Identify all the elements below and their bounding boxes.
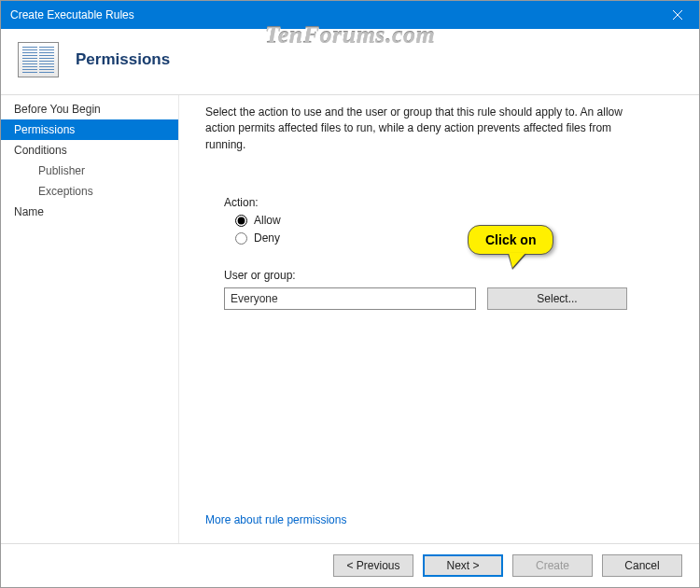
- sidebar-item-publisher[interactable]: Publisher: [1, 161, 178, 181]
- sidebar-item-before-you-begin[interactable]: Before You Begin: [1, 99, 178, 119]
- cancel-button[interactable]: Cancel: [602, 554, 682, 577]
- deny-radio-row[interactable]: Deny: [235, 231, 671, 245]
- wizard-sidebar: Before You Begin Permissions Conditions …: [1, 95, 178, 543]
- wizard-header: Permissions: [1, 29, 699, 95]
- sidebar-item-exceptions[interactable]: Exceptions: [1, 181, 178, 202]
- deny-radio-label: Deny: [254, 231, 280, 245]
- action-label: Action:: [224, 196, 671, 209]
- page-title: Permissions: [76, 50, 170, 69]
- create-button: Create: [512, 554, 593, 577]
- sidebar-item-name[interactable]: Name: [1, 202, 178, 222]
- wizard-footer: < Previous Next > Create Cancel: [1, 543, 699, 586]
- close-button[interactable]: [656, 1, 699, 29]
- allow-radio[interactable]: [235, 215, 247, 227]
- help-link[interactable]: More about rule permissions: [205, 513, 671, 526]
- sidebar-item-conditions[interactable]: Conditions: [1, 140, 178, 161]
- wizard-content: Select the action to use and the user or…: [178, 95, 699, 543]
- allow-radio-row[interactable]: Allow: [235, 214, 671, 227]
- intro-text: Select the action to use and the user or…: [205, 105, 653, 153]
- allow-radio-label: Allow: [254, 214, 281, 227]
- next-button[interactable]: Next >: [423, 554, 503, 577]
- title-bar: Create Executable Rules: [1, 1, 699, 29]
- user-group-field[interactable]: [224, 287, 476, 310]
- previous-button[interactable]: < Previous: [333, 554, 413, 577]
- close-icon: [673, 10, 682, 20]
- window-title: Create Executable Rules: [10, 8, 134, 21]
- user-group-label: User or group:: [224, 269, 671, 282]
- select-button[interactable]: Select...: [487, 287, 627, 310]
- deny-radio[interactable]: [235, 232, 247, 245]
- document-icon: [18, 42, 59, 77]
- sidebar-item-permissions[interactable]: Permissions: [1, 119, 178, 140]
